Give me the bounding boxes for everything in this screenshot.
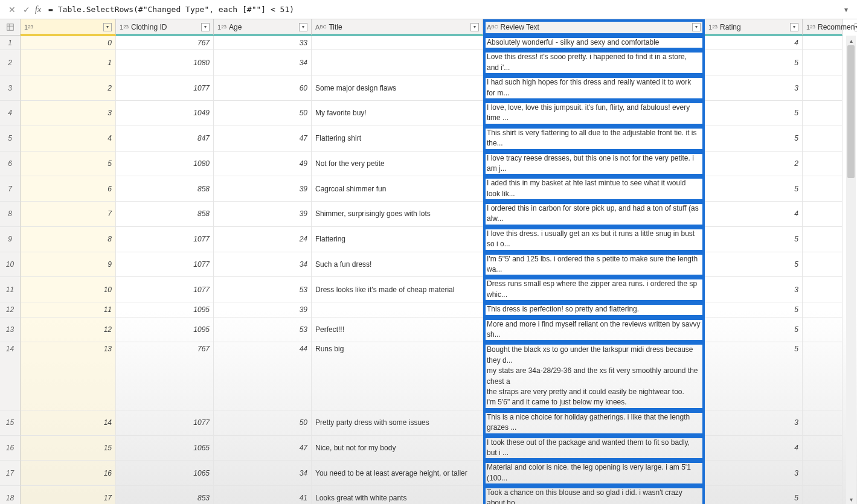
column-filter-icon[interactable]: ▾: [692, 23, 701, 31]
cell-title[interactable]: Perfect!!!: [312, 317, 483, 343]
cell-rating[interactable]: 5: [705, 317, 803, 343]
cancel-icon[interactable]: ✕: [5, 2, 19, 17]
cell-clothing-id[interactable]: 1077: [116, 277, 214, 302]
cell-review-text[interactable]: Dress runs small esp where the zipper ar…: [483, 277, 705, 302]
cell-clothing-id[interactable]: 847: [116, 126, 214, 152]
cell-title[interactable]: Flattering: [312, 227, 483, 252]
row-number[interactable]: 11: [0, 277, 21, 302]
cell-recommend[interactable]: [803, 75, 843, 101]
cell-recommend[interactable]: [803, 302, 843, 317]
cell-title[interactable]: My favorite buy!: [312, 101, 483, 126]
cell-review-text[interactable]: I love tracy reese dresses, but this one…: [483, 152, 705, 177]
cell-recommend[interactable]: [803, 277, 843, 302]
cell-rating[interactable]: 3: [705, 75, 803, 101]
cell-review-text[interactable]: Absolutely wonderful - silky and sexy an…: [483, 36, 705, 50]
cell-index[interactable]: 5: [21, 152, 116, 177]
cell-title[interactable]: Dress looks like it's made of cheap mate…: [312, 277, 483, 302]
cell-review-text[interactable]: I love this dress. i usually get an xs b…: [483, 227, 705, 252]
cell-clothing-id[interactable]: 1095: [116, 317, 214, 343]
cell-rating[interactable]: 5: [705, 486, 803, 504]
cell-title[interactable]: Not for the very petite: [312, 152, 483, 177]
row-number[interactable]: 18: [0, 486, 21, 504]
cell-index[interactable]: 11: [21, 302, 116, 317]
cell-recommend[interactable]: [803, 410, 843, 436]
cell-index[interactable]: 1: [21, 50, 116, 75]
cell-age[interactable]: 34: [214, 252, 312, 278]
cell-clothing-id[interactable]: 853: [116, 486, 214, 504]
cell-age[interactable]: 39: [214, 302, 312, 317]
cell-rating[interactable]: 5: [705, 342, 803, 410]
cell-index[interactable]: 8: [21, 227, 116, 252]
cell-rating[interactable]: 5: [705, 50, 803, 75]
cell-rating[interactable]: 5: [705, 252, 803, 278]
column-header-clothing-id[interactable]: 123Clothing ID▾: [116, 19, 214, 36]
cell-clothing-id[interactable]: 1080: [116, 50, 214, 75]
column-header-title[interactable]: ABCTitle▾: [312, 19, 483, 36]
cell-rating[interactable]: 5: [705, 227, 803, 252]
cell-title[interactable]: [312, 50, 483, 75]
cell-rating[interactable]: 5: [705, 176, 803, 202]
cell-rating[interactable]: 4: [705, 36, 803, 50]
cell-title[interactable]: Nice, but not for my body: [312, 436, 483, 461]
cell-rating[interactable]: 4: [705, 436, 803, 461]
cell-recommend[interactable]: [803, 486, 843, 504]
cell-rating[interactable]: 2: [705, 152, 803, 177]
cell-rating[interactable]: 3: [705, 277, 803, 302]
cell-recommend[interactable]: [803, 202, 843, 227]
cell-index[interactable]: 16: [21, 461, 116, 486]
cell-review-text[interactable]: This dress is perfection! so pretty and …: [483, 302, 705, 317]
cell-review-text[interactable]: I took these out of the package and want…: [483, 436, 705, 461]
vertical-scrollbar[interactable]: ▴ ▾: [846, 36, 856, 504]
row-number[interactable]: 9: [0, 227, 21, 252]
cell-review-text[interactable]: I'm 5"5' and 125 lbs. i ordered the s pe…: [483, 252, 705, 278]
cell-title[interactable]: Some major design flaws: [312, 75, 483, 101]
cell-rating[interactable]: 5: [705, 126, 803, 152]
cell-recommend[interactable]: [803, 101, 843, 126]
cell-clothing-id[interactable]: 1077: [116, 75, 214, 101]
cell-rating[interactable]: 3: [705, 461, 803, 486]
cell-age[interactable]: 50: [214, 101, 312, 126]
cell-clothing-id[interactable]: 1077: [116, 252, 214, 278]
column-filter-icon[interactable]: ▾: [299, 23, 307, 31]
cell-clothing-id[interactable]: 1095: [116, 302, 214, 317]
cell-index[interactable]: 9: [21, 252, 116, 278]
cell-recommend[interactable]: [803, 227, 843, 252]
cell-review-text[interactable]: I aded this in my basket at hte last min…: [483, 176, 705, 202]
cell-clothing-id[interactable]: 1077: [116, 410, 214, 436]
cell-rating[interactable]: 5: [705, 101, 803, 126]
cell-recommend[interactable]: [803, 176, 843, 202]
cell-title[interactable]: Pretty party dress with some issues: [312, 410, 483, 436]
cell-review-text[interactable]: Bought the black xs to go under the lark…: [483, 342, 705, 410]
cell-review-text[interactable]: I love, love, love this jumpsuit. it's f…: [483, 101, 705, 126]
cell-recommend[interactable]: [803, 36, 843, 50]
row-number[interactable]: 10: [0, 252, 21, 278]
cell-title[interactable]: Shimmer, surprisingly goes with lots: [312, 202, 483, 227]
column-filter-icon[interactable]: ▾: [201, 23, 210, 31]
cell-recommend[interactable]: [803, 436, 843, 461]
cell-index[interactable]: 2: [21, 75, 116, 101]
cell-index[interactable]: 10: [21, 277, 116, 302]
row-number[interactable]: 12: [0, 302, 21, 317]
column-filter-icon[interactable]: ▾: [855, 23, 857, 31]
cell-age[interactable]: 53: [214, 277, 312, 302]
column-filter-icon[interactable]: ▾: [470, 23, 479, 31]
scroll-up-icon[interactable]: ▴: [846, 36, 856, 45]
cell-age[interactable]: 39: [214, 202, 312, 227]
cell-title[interactable]: Such a fun dress!: [312, 252, 483, 278]
cell-title[interactable]: [312, 36, 483, 50]
cell-clothing-id[interactable]: 1049: [116, 101, 214, 126]
cell-age[interactable]: 44: [214, 342, 312, 410]
cell-review-text[interactable]: More and more i find myself reliant on t…: [483, 317, 705, 343]
cell-age[interactable]: 24: [214, 227, 312, 252]
row-number[interactable]: 16: [0, 436, 21, 461]
cell-index[interactable]: 6: [21, 176, 116, 202]
cell-title[interactable]: Runs big: [312, 342, 483, 410]
row-number[interactable]: 17: [0, 461, 21, 486]
cell-clothing-id[interactable]: 767: [116, 36, 214, 50]
cell-age[interactable]: 34: [214, 50, 312, 75]
cell-recommend[interactable]: [803, 126, 843, 152]
row-number[interactable]: 3: [0, 75, 21, 101]
cell-index[interactable]: 17: [21, 486, 116, 504]
row-number[interactable]: 8: [0, 202, 21, 227]
formula-input[interactable]: [45, 5, 840, 14]
